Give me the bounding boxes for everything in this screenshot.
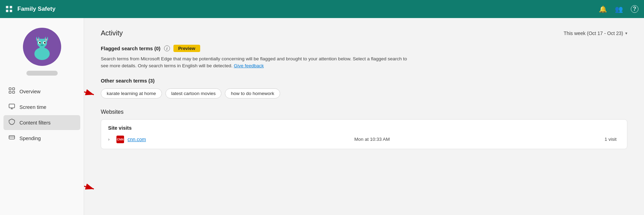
svg-rect-1: [10, 6, 12, 8]
flagged-section: Flagged search terms (0) i Preview Searc…: [101, 45, 627, 70]
svg-point-20: [41, 45, 42, 46]
main-layout: Overview Screen time Con: [0, 18, 644, 215]
svg-rect-30: [9, 136, 15, 139]
site-visit-count: 1 visit: [454, 137, 620, 142]
overview-icon: [8, 87, 15, 95]
svg-rect-2: [6, 10, 8, 12]
topbar: Family Safety 🔔 👥 ?: [0, 0, 644, 18]
svg-rect-0: [6, 6, 8, 8]
svg-point-21: [42, 45, 43, 46]
avatar-image: [26, 31, 58, 62]
nav-list: Overview Screen time Con: [0, 84, 84, 146]
svg-rect-23: [9, 88, 11, 90]
svg-point-17: [40, 42, 41, 43]
main-content: Activity This week (Oct 17 - Oct 23) ▾ F…: [84, 18, 644, 215]
flagged-label: Flagged search terms (0): [101, 46, 161, 51]
search-tags: karate learning at home latest cartoon m…: [101, 88, 627, 98]
flagged-description: Search terms from Microsoft Edge that ma…: [101, 55, 414, 70]
websites-label: Websites: [101, 109, 627, 115]
app-title: Family Safety: [17, 6, 599, 12]
screen-time-icon: [8, 103, 15, 111]
sidebar-item-spending[interactable]: Spending: [3, 131, 80, 146]
svg-rect-27: [9, 104, 15, 108]
other-search-wrapper: Other search terms (3) karate learning a…: [101, 78, 627, 149]
expand-icon[interactable]: ›: [108, 137, 116, 142]
sidebar-item-content-filters[interactable]: Content filters: [3, 115, 80, 130]
search-tag-1[interactable]: latest cartoon movies: [165, 88, 222, 98]
sidebar: Overview Screen time Con: [0, 18, 84, 215]
svg-point-15: [39, 42, 41, 44]
topbar-actions: 🔔 👥 ?: [599, 5, 638, 13]
activity-title: Activity: [101, 29, 123, 37]
search-tag-0[interactable]: karate learning at home: [101, 88, 162, 98]
give-feedback-link[interactable]: Give feedback: [234, 63, 264, 68]
sidebar-item-overview[interactable]: Overview: [3, 84, 80, 99]
sidebar-item-content-filters-label: Content filters: [19, 120, 50, 126]
websites-section: Websites Site visits › CNN: [101, 109, 627, 149]
content-filters-icon: [8, 119, 15, 127]
sidebar-item-screen-time[interactable]: Screen time: [3, 100, 80, 114]
svg-point-22: [40, 36, 44, 39]
svg-point-18: [45, 42, 46, 43]
help-icon[interactable]: ?: [631, 5, 638, 13]
people-icon[interactable]: 👥: [615, 5, 623, 13]
site-name-link[interactable]: cnn.com: [128, 137, 291, 142]
preview-badge[interactable]: Preview: [173, 45, 200, 52]
info-icon[interactable]: i: [164, 45, 170, 51]
search-tag-2[interactable]: how to do homework: [225, 88, 280, 98]
svg-rect-26: [13, 91, 15, 93]
table-row: › CNN cnn.com Mon at 10:33 AM 1 visit: [108, 136, 620, 143]
site-favicon: CNN: [116, 136, 124, 143]
sidebar-item-screen-time-label: Screen time: [19, 104, 46, 110]
other-search-section: Other search terms (3) karate learning a…: [101, 78, 627, 98]
flagged-row: Flagged search terms (0) i Preview: [101, 45, 627, 52]
red-arrow-2: [84, 179, 108, 196]
svg-rect-3: [10, 10, 12, 12]
svg-rect-25: [9, 91, 11, 93]
site-visits-card: Site visits › CNN cnn.com Mon at 10:33 A…: [101, 119, 627, 149]
svg-rect-24: [13, 88, 15, 90]
spending-icon: [8, 134, 15, 142]
username-placeholder: [26, 71, 58, 76]
chevron-down-icon: ▾: [625, 31, 627, 36]
svg-point-16: [44, 42, 46, 44]
activity-header: Activity This week (Oct 17 - Oct 23) ▾: [101, 29, 627, 37]
sidebar-item-spending-label: Spending: [19, 136, 41, 141]
other-search-label: Other search terms (3): [101, 78, 627, 84]
avatar: [23, 28, 61, 66]
sidebar-item-overview-label: Overview: [19, 89, 40, 94]
grid-icon[interactable]: [6, 6, 13, 12]
bell-icon[interactable]: 🔔: [599, 5, 607, 13]
date-range-text: This week (Oct 17 - Oct 23): [564, 31, 623, 36]
site-visit-time: Mon at 10:33 AM: [291, 137, 454, 142]
site-visits-title: Site visits: [108, 125, 620, 131]
date-range-selector[interactable]: This week (Oct 17 - Oct 23) ▾: [564, 31, 627, 36]
